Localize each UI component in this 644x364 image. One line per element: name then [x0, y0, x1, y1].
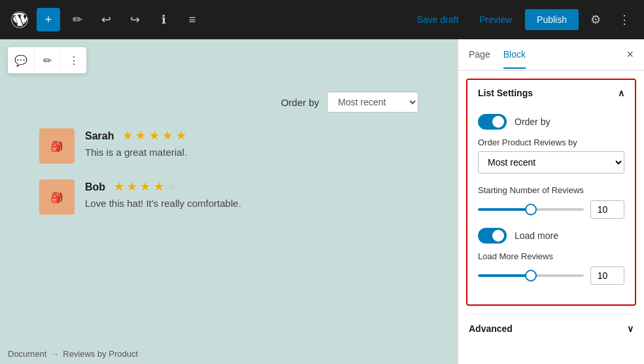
pencil-icon: ✏: [73, 12, 82, 27]
collapse-icon: ∧: [618, 88, 624, 98]
avatar: 🎒: [39, 128, 75, 164]
review-text: This is a great material.: [85, 147, 187, 158]
starting-reviews-slider-row: 10: [478, 200, 624, 219]
advanced-header[interactable]: Advanced ∨: [466, 314, 636, 343]
order-by-row: Order by Most recent: [39, 92, 418, 113]
tab-page[interactable]: Page: [469, 41, 490, 69]
star-1: ★: [122, 129, 133, 142]
more-options-button[interactable]: ⋮: [613, 8, 636, 31]
save-draft-button[interactable]: Save draft: [409, 10, 466, 29]
redo-button[interactable]: ↪: [123, 8, 146, 31]
review-body-2: Bob ★ ★ ★ ★ ★ Love this hat! It's really…: [85, 179, 241, 215]
list-settings-content: Order by Order Product Reviews by Most r…: [467, 114, 635, 304]
order-by-toggle-label: Order by: [515, 117, 550, 127]
undo-icon: ↩: [101, 12, 111, 27]
toolbar-right: Save draft Preview Publish ⚙ ⋮: [409, 8, 636, 31]
editor-floating-toolbar: 💬 ✏ ⋮: [8, 47, 86, 73]
panel-close-button[interactable]: ×: [626, 48, 634, 62]
list-settings-title: List Settings: [478, 88, 533, 98]
more-tool-button[interactable]: ⋮: [60, 47, 86, 73]
load-more-reviews-label: Load More Reviews: [478, 251, 624, 261]
star-2: ★: [135, 129, 146, 142]
comment-tool-button[interactable]: 💬: [8, 47, 34, 73]
avatar-2: 🎒: [39, 179, 75, 215]
plus-icon: +: [45, 13, 52, 27]
add-button[interactable]: +: [37, 8, 60, 31]
expand-icon: ∨: [627, 323, 634, 334]
redo-icon: ↪: [130, 12, 140, 27]
star-5-empty: ★: [167, 180, 177, 193]
load-more-input[interactable]: 10: [590, 266, 624, 285]
advanced-title: Advanced: [469, 323, 513, 334]
star-4: ★: [162, 129, 173, 142]
load-more-toggle-row: Load more: [478, 228, 624, 244]
order-by-toggle-row: Order by: [478, 114, 624, 130]
right-panel: Page Block × List Settings ∧ Order by: [458, 39, 644, 364]
star-1: ★: [114, 180, 124, 193]
toggle-slider: [478, 114, 507, 130]
list-settings-section: List Settings ∧ Order by Order Product R…: [466, 79, 636, 306]
breadcrumb-current: Reviews by Product: [63, 349, 138, 359]
starting-reviews-slider[interactable]: [478, 208, 584, 211]
panel-tabs: Page Block ×: [458, 39, 644, 71]
order-by-toggle[interactable]: [478, 114, 507, 130]
load-more-toggle-slider: [478, 228, 507, 244]
main-layout: 💬 ✏ ⋮ Order by Most recent 🎒: [0, 39, 644, 364]
gear-icon: ⚙: [590, 12, 601, 27]
load-more-slider[interactable]: [478, 274, 584, 277]
review-body: Sarah ★ ★ ★ ★ ★ This is a great material…: [85, 128, 187, 164]
review-item-2: 🎒 Bob ★ ★ ★ ★ ★ Love this hat! It's real…: [39, 179, 418, 215]
star-rating: ★ ★ ★ ★ ★: [122, 130, 186, 141]
load-more-toggle[interactable]: [478, 228, 507, 244]
star-rating-2: ★ ★ ★ ★ ★: [114, 181, 178, 192]
avatar-icon: 🎒: [50, 140, 63, 153]
star-3: ★: [149, 129, 160, 142]
wp-logo[interactable]: [8, 8, 31, 31]
main-toolbar: + ✏ ↩ ↪ ℹ ≡ Save draft Preview Publish ⚙…: [0, 0, 644, 39]
load-more-slider-row: 10: [478, 266, 624, 285]
list-settings-header[interactable]: List Settings ∧: [467, 80, 635, 106]
order-by-field-label: Order Product Reviews by: [478, 137, 624, 147]
order-by-label: Order by: [281, 97, 319, 108]
breadcrumb-parent: Document: [8, 349, 46, 359]
vertical-dots-icon: ⋮: [619, 12, 630, 27]
load-more-toggle-label: Load more: [515, 230, 558, 241]
avatar-icon-2: 🎒: [50, 191, 63, 204]
review-text-2: Love this hat! It's really comfortable.: [85, 198, 241, 209]
pen-tool-button[interactable]: ✏: [34, 47, 60, 73]
starting-reviews-input[interactable]: 10: [590, 200, 624, 219]
preview-button[interactable]: Preview: [471, 10, 520, 29]
star-5: ★: [176, 129, 186, 142]
undo-button[interactable]: ↩: [94, 8, 118, 31]
tab-block[interactable]: Block: [503, 41, 526, 69]
star-3: ★: [140, 180, 150, 193]
list-icon: ≡: [189, 13, 196, 27]
order-by-dropdown[interactable]: Most recent Oldest Highest rated Lowest …: [478, 151, 624, 173]
info-icon: ℹ: [161, 12, 166, 27]
order-by-select[interactable]: Most recent: [327, 92, 418, 113]
svg-point-0: [11, 11, 27, 27]
advanced-section: Advanced ∨: [466, 314, 636, 343]
breadcrumb-arrow: →: [50, 349, 59, 359]
reviewer-header: Sarah ★ ★ ★ ★ ★: [85, 128, 187, 143]
reviewer-header-2: Bob ★ ★ ★ ★ ★: [85, 179, 241, 194]
info-button[interactable]: ℹ: [152, 8, 175, 31]
publish-button[interactable]: Publish: [525, 9, 579, 30]
breadcrumb: Document → Reviews by Product: [8, 349, 138, 359]
settings-button[interactable]: ⚙: [584, 8, 607, 31]
reviewer-name-2: Bob: [85, 181, 105, 192]
list-view-button[interactable]: ≡: [180, 8, 204, 31]
star-2: ★: [127, 180, 137, 193]
pen-icon: ✏: [43, 54, 52, 67]
star-4: ★: [154, 180, 164, 193]
reviewer-name: Sarah: [85, 130, 114, 141]
editor-area: 💬 ✏ ⋮ Order by Most recent 🎒: [0, 39, 458, 364]
comment-icon: 💬: [14, 54, 27, 67]
starting-reviews-label: Starting Number of Reviews: [478, 185, 624, 195]
dots-icon: ⋮: [69, 54, 79, 67]
review-item: 🎒 Sarah ★ ★ ★ ★ ★ This is a great materi…: [39, 128, 418, 164]
edit-button[interactable]: ✏: [65, 8, 89, 31]
editor-content: Order by Most recent 🎒 Sarah ★ ★ ★: [13, 92, 445, 215]
